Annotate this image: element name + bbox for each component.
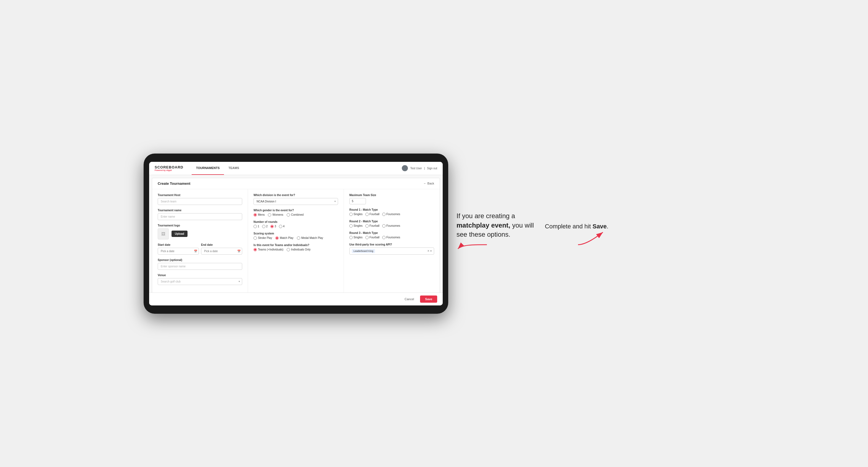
remove-api-tag-button[interactable]: ✕ ▾ — [427, 249, 432, 252]
venue-input-wrap: Search golf club ▾ — [158, 278, 242, 285]
scoring-match[interactable]: Match Play — [275, 237, 293, 240]
round1-foursomes-radio[interactable] — [382, 213, 385, 216]
gender-combined-radio[interactable] — [287, 213, 290, 217]
scoring-stroke-radio[interactable] — [253, 237, 257, 240]
date-row: Start date 📅 End date — [158, 243, 242, 255]
avatar — [402, 165, 408, 171]
right-annotation-text: If you are creating a matchplay event, y… — [457, 211, 545, 239]
host-input[interactable] — [158, 198, 242, 205]
round-3[interactable]: 3 — [270, 225, 276, 228]
round2-fourball[interactable]: Fourball — [365, 224, 379, 227]
round-2-radio[interactable] — [262, 225, 266, 228]
round2-singles-radio[interactable] — [349, 224, 353, 227]
logo-scoreboard: SCOREBOARD — [155, 165, 183, 169]
division-select[interactable]: NCAA Division I NCAA Division II NCAA Di… — [253, 198, 338, 205]
back-button[interactable]: ← Back — [424, 182, 434, 185]
scoring-match-label: Match Play — [280, 237, 293, 240]
logo: SCOREBOARD Powered by clippit — [155, 165, 183, 171]
teams-label-text: Teams (+Individuals) — [258, 248, 283, 251]
division-group: Which division is the event for? NCAA Di… — [253, 194, 338, 205]
round3-foursomes-radio[interactable] — [382, 236, 385, 239]
round3-fourball-label: Fourball — [370, 236, 379, 239]
round-1[interactable]: 1 — [253, 225, 259, 228]
round1-fourball-label: Fourball — [370, 213, 379, 216]
scoring-stroke[interactable]: Stroke Play — [253, 237, 272, 240]
sponsor-group: Sponsor (optional) — [158, 258, 242, 270]
logo-label: Tournament logo — [158, 224, 242, 227]
tab-teams[interactable]: TEAMS — [224, 162, 244, 175]
cancel-button[interactable]: Cancel — [401, 296, 417, 302]
round-4-radio[interactable] — [279, 225, 282, 228]
save-button[interactable]: Save — [420, 295, 437, 303]
end-date-input[interactable] — [201, 248, 242, 255]
round-1-radio[interactable] — [253, 225, 257, 228]
arrow-right-to-form — [457, 242, 490, 256]
round2-singles[interactable]: Singles — [349, 224, 363, 227]
gender-mens-radio[interactable] — [253, 213, 257, 217]
host-label: Tournament Host — [158, 194, 242, 197]
round3-singles[interactable]: Singles — [349, 236, 363, 239]
scoring-medal[interactable]: Medal Match Play — [297, 237, 323, 240]
round-2[interactable]: 2 — [262, 225, 268, 228]
round1-match-radios: Singles Fourball — [349, 213, 434, 216]
right-annotation: If you are creating a matchplay event, y… — [457, 211, 545, 256]
create-tournament-panel: Create Tournament ← Back Tournament Host — [152, 178, 440, 292]
round2-foursomes-radio[interactable] — [382, 224, 385, 227]
round-3-radio[interactable] — [270, 225, 274, 228]
ct-body: Tournament Host Tournament name Tourname… — [152, 189, 440, 292]
round3-singles-radio[interactable] — [349, 236, 353, 239]
round1-singles-radio[interactable] — [349, 213, 353, 216]
date-group: Start date 📅 End date — [158, 243, 242, 255]
ct-header: Create Tournament ← Back — [152, 178, 440, 189]
start-date-input[interactable] — [158, 248, 199, 255]
scoring-group: Scoring system Stroke Play — [253, 232, 338, 240]
end-date-label: End date — [201, 243, 242, 246]
scoring-medal-radio[interactable] — [297, 237, 300, 240]
gender-womens-label: Womens — [272, 213, 283, 216]
tab-tournaments[interactable]: TOURNAMENTS — [192, 162, 224, 175]
sign-out-link[interactable]: Sign out — [427, 167, 437, 170]
scoring-match-radio[interactable] — [275, 237, 279, 240]
round2-singles-label: Singles — [353, 224, 363, 227]
teams-radio-group: Teams (+Individuals) Individuals Only — [253, 248, 338, 251]
teams-label: Is this event for Teams and/or Individua… — [253, 244, 338, 247]
end-date-wrap: 📅 — [201, 248, 242, 255]
gender-womens-radio[interactable] — [268, 213, 271, 217]
round2-fourball-label: Fourball — [370, 224, 379, 227]
teams-radio[interactable] — [253, 248, 257, 251]
venue-select[interactable]: Search golf club — [158, 278, 242, 285]
upload-button[interactable]: Upload — [172, 230, 188, 237]
round-4[interactable]: 4 — [279, 225, 285, 228]
round2-fourball-radio[interactable] — [365, 224, 369, 227]
bottom-annotation-area: Complete and hit Save. — [545, 222, 724, 247]
round1-foursomes[interactable]: Foursomes — [382, 213, 400, 216]
left-column: Tournament Host Tournament name Tourname… — [152, 189, 248, 292]
mid-column: Which division is the event for? NCAA Di… — [248, 189, 344, 292]
round3-foursomes[interactable]: Foursomes — [382, 236, 400, 239]
sponsor-input[interactable] — [158, 263, 242, 270]
max-team-input[interactable] — [349, 198, 366, 205]
round3-foursomes-label: Foursomes — [386, 236, 400, 239]
round3-fourball-radio[interactable] — [365, 236, 369, 239]
app-header: SCOREBOARD Powered by clippit TOURNAMENT… — [149, 162, 443, 175]
round1-match-section: Round 1 - Match Type Singles — [349, 208, 434, 216]
max-team-label: Maximum Team Size — [349, 194, 434, 197]
username: Test User — [410, 167, 422, 170]
round2-foursomes[interactable]: Foursomes — [382, 224, 400, 227]
tournament-name-group: Tournament name — [158, 209, 242, 220]
round3-fourball[interactable]: Fourball — [365, 236, 379, 239]
round1-fourball[interactable]: Fourball — [365, 213, 379, 216]
name-input[interactable] — [158, 213, 242, 220]
division-label: Which division is the event for? — [253, 194, 338, 197]
gender-mens[interactable]: Mens — [253, 213, 265, 217]
logo-brand: clippit — [166, 169, 172, 171]
individuals-option[interactable]: Individuals Only — [287, 248, 311, 251]
teams-option[interactable]: Teams (+Individuals) — [253, 248, 283, 251]
round1-singles-label: Singles — [353, 213, 363, 216]
individuals-radio[interactable] — [287, 248, 290, 251]
round1-fourball-radio[interactable] — [365, 213, 369, 216]
gender-womens[interactable]: Womens — [268, 213, 283, 217]
round1-singles[interactable]: Singles — [349, 213, 363, 216]
gender-combined[interactable]: Combined — [287, 213, 304, 217]
bottom-annotation-text: Complete and hit Save. — [545, 222, 609, 231]
